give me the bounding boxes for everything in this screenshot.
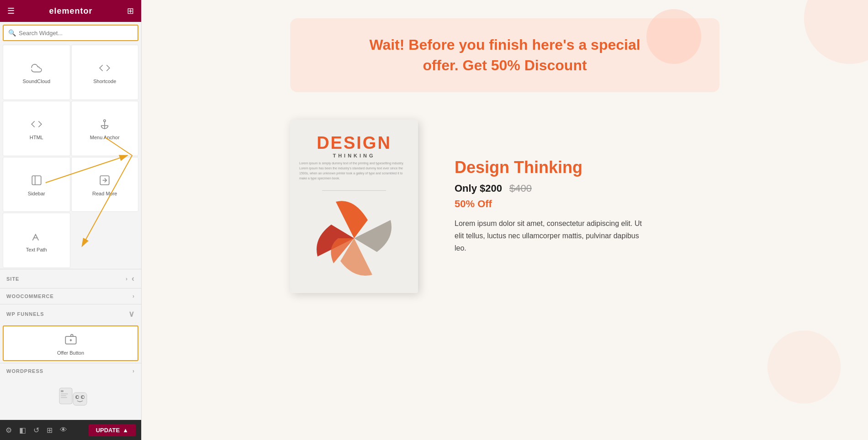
widget-soundcloud[interactable]: SoundCloud <box>3 45 70 100</box>
section-woocommerce-label: WOOCOMMERCE <box>6 293 54 299</box>
bg-circle-br <box>767 330 841 403</box>
section-site[interactable]: SITE › ‹ <box>0 269 141 288</box>
wp-funnels-widgets: Offer Button <box>0 324 141 363</box>
eye-icon[interactable]: 👁 <box>60 426 67 434</box>
product-info: Design Thinking Only $200 $400 50% Off L… <box>455 158 720 255</box>
sidebar-title: elementor <box>49 6 92 16</box>
banner-decoration <box>646 9 701 64</box>
widget-read-more[interactable]: Read More <box>71 157 139 212</box>
product-title: Design Thinking <box>455 158 720 177</box>
pinwheel <box>308 193 400 284</box>
price-current: Only $200 <box>455 183 502 194</box>
section-wordpress[interactable]: WORDPRESS › <box>0 363 141 379</box>
widget-soundcloud-label: SoundCloud <box>22 79 50 84</box>
widget-offer-button[interactable]: Offer Button <box>3 325 138 361</box>
price-old: $400 <box>509 183 532 194</box>
sidebar-widget-icon <box>31 174 42 188</box>
offer-text-1: Wait! Before you finish here's a special <box>369 37 640 53</box>
bg-circle-tr <box>804 0 868 64</box>
svg-rect-12 <box>61 393 68 394</box>
section-woocommerce[interactable]: WOOCOMMERCE › <box>0 288 141 304</box>
site-arrow-right: › <box>126 276 128 282</box>
product-description: Lorem ipsum dolor sit amet, consectetur … <box>455 217 646 255</box>
svg-point-19 <box>82 396 84 398</box>
svg-point-0 <box>104 120 106 121</box>
search-icon: 🔍 <box>8 29 16 37</box>
offer-text-2: offer. <box>423 57 458 73</box>
widget-read-more-label: Read More <box>92 191 117 196</box>
search-bar[interactable]: 🔍 <box>3 25 138 41</box>
main-content: Wait! Before you finish here's a special… <box>142 0 868 440</box>
search-input[interactable] <box>19 30 133 37</box>
bottom-bar: ⚙ ◧ ↺ ⊞ 👁 UPDATE ▲ <box>0 420 141 440</box>
widget-sidebar-label: Sidebar <box>28 191 45 196</box>
site-collapse-icon[interactable]: ‹ <box>132 274 135 283</box>
book-thinking-text: THINKING <box>290 153 418 158</box>
shortcode-icon <box>99 62 111 76</box>
svg-point-18 <box>77 396 79 398</box>
widgets-grid: SoundCloud Shortcode HTML Menu Anchor <box>0 44 141 269</box>
update-dropdown-icon[interactable]: ▲ <box>122 427 128 434</box>
navigator-icon[interactable]: ⊞ <box>47 426 53 435</box>
widget-text-path-label: Text Path <box>26 247 47 252</box>
text-path-icon <box>31 230 42 244</box>
svg-rect-2 <box>32 176 41 185</box>
grid-icon[interactable]: ⊞ <box>127 6 134 16</box>
offer-button-icon <box>64 333 77 347</box>
price-row: Only $200 $400 <box>455 183 720 194</box>
svg-rect-11 <box>61 390 64 392</box>
layers-icon[interactable]: ◧ <box>19 426 26 435</box>
settings-icon[interactable]: ⚙ <box>5 426 12 435</box>
book-cover: DESIGN THINKING Lorem ipsum is simply du… <box>290 120 418 293</box>
anchor-icon <box>99 118 111 132</box>
widget-sidebar[interactable]: Sidebar <box>3 157 70 212</box>
sidebar-header: ☰ elementor ⊞ <box>0 0 141 22</box>
widget-empty <box>71 213 139 268</box>
offer-text-3: Get 50% Discount <box>463 57 587 73</box>
bottom-icons: ⚙ ◧ ↺ ⊞ 👁 <box>5 426 67 435</box>
widget-menu-anchor[interactable]: Menu Anchor <box>71 101 139 156</box>
mascot-area <box>0 379 141 420</box>
html-icon <box>31 118 42 132</box>
widget-html-label: HTML <box>30 135 43 140</box>
discount-badge: 50% Off <box>455 198 720 210</box>
book-divider <box>322 190 386 191</box>
section-wordpress-label: WORDPRESS <box>6 368 43 374</box>
history-icon[interactable]: ↺ <box>33 426 39 435</box>
sidebar: ☰ elementor ⊞ 🔍 SoundCloud Shortcode <box>0 0 142 440</box>
widget-html[interactable]: HTML <box>3 101 70 156</box>
widget-text-path[interactable]: Text Path <box>3 213 70 268</box>
book-design-text: DESIGN <box>290 133 418 153</box>
hamburger-icon[interactable]: ☰ <box>7 6 15 16</box>
soundcloud-icon <box>31 62 42 76</box>
widget-shortcode[interactable]: Shortcode <box>71 45 139 100</box>
section-wp-funnels-label: WP FUNNELS <box>6 311 44 317</box>
update-label: UPDATE <box>96 427 120 434</box>
woocommerce-arrow: › <box>132 293 135 299</box>
section-site-label: SITE <box>6 276 19 282</box>
update-button[interactable]: UPDATE ▲ <box>89 424 136 436</box>
product-section: DESIGN THINKING Lorem ipsum is simply du… <box>290 120 720 293</box>
book-title: DESIGN THINKING <box>290 133 418 158</box>
widget-shortcode-label: Shortcode <box>93 79 116 84</box>
offer-banner: Wait! Before you finish here's a special… <box>290 18 720 92</box>
svg-rect-15 <box>73 393 87 405</box>
offer-banner-text: Wait! Before you finish here's a special… <box>318 35 692 76</box>
svg-rect-14 <box>61 397 67 398</box>
mascot-svg <box>50 383 91 415</box>
wordpress-arrow: › <box>132 368 135 374</box>
section-wp-funnels[interactable]: WP FUNNELS ∨ <box>0 304 141 324</box>
book-body-text: Lorem ipsum is simply dummy text of the … <box>299 161 409 181</box>
widget-menu-anchor-label: Menu Anchor <box>90 135 120 140</box>
svg-rect-13 <box>61 395 66 396</box>
read-more-icon <box>99 174 111 188</box>
widget-offer-button-label: Offer Button <box>57 350 84 356</box>
wp-funnels-collapse-icon[interactable]: ∨ <box>128 309 135 319</box>
